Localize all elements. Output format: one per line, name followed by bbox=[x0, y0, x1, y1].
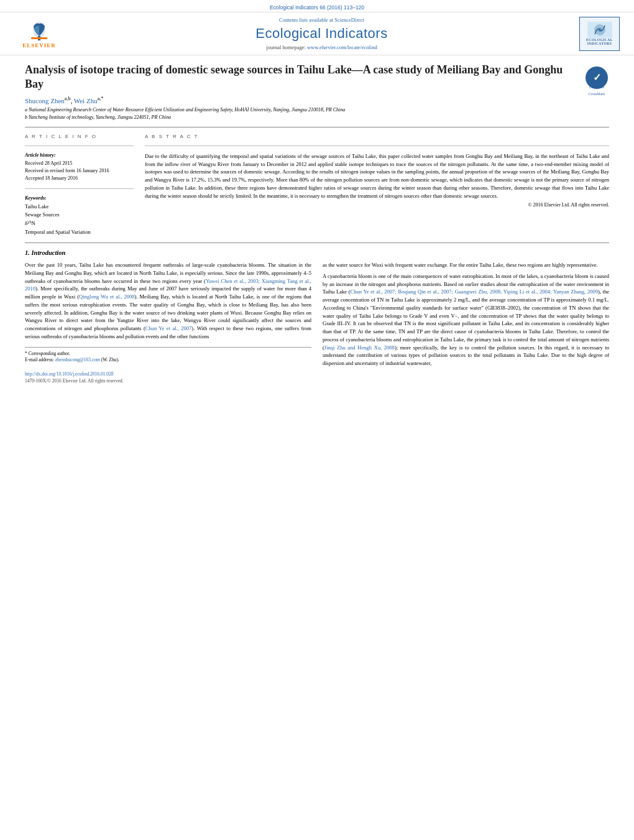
divider-article-info bbox=[25, 145, 134, 146]
body-col-left: Over the past 10 years, Taihu Lake has e… bbox=[25, 261, 311, 384]
divider-before-introduction bbox=[25, 242, 609, 243]
affiliation-a: a National Engineering Research Center o… bbox=[25, 106, 609, 113]
crossmark-icon: ✓ CrossMark CrossMark bbox=[584, 65, 609, 90]
intro-para2: A cyanobacteria bloom is one of the main… bbox=[323, 272, 609, 367]
abstract-text: Due to the difficulty of quantifying the… bbox=[145, 152, 609, 200]
footnote-corresponding: * Corresponding author. bbox=[25, 351, 311, 358]
accepted-date: Accepted 18 January 2016 bbox=[25, 175, 134, 182]
kw4: Temporal and Spatial Variation bbox=[25, 228, 134, 237]
citation-line: Ecological Indicators 66 (2016) 113–120 bbox=[0, 0, 634, 12]
eco-indicators-logo: ECOLOGICALINDICATORS bbox=[579, 17, 620, 51]
abstract-heading: A B S T R A C T bbox=[145, 134, 609, 139]
kw3: δ¹⁵N bbox=[25, 219, 134, 228]
author1-name: Shucong Zhen bbox=[25, 96, 65, 104]
elsevier-tree-icon bbox=[22, 19, 56, 41]
abstract-copyright: © 2016 Elsevier Ltd. All rights reserved… bbox=[145, 202, 609, 208]
svg-text:CrossMark: CrossMark bbox=[589, 85, 605, 89]
eco-logo-right: ECOLOGICALINDICATORS bbox=[576, 15, 623, 52]
divider-abstract bbox=[145, 145, 609, 146]
info-abstract-section: A R T I C L E I N F O Article history: R… bbox=[25, 134, 609, 236]
body-col-right: as the water source for Wuxi with freque… bbox=[323, 261, 609, 384]
title-section: Analysis of isotope tracing of domestic … bbox=[25, 63, 609, 92]
svg-rect-2 bbox=[31, 37, 47, 39]
kw1: Taihu Lake bbox=[25, 203, 134, 211]
footnote-email: E-mail address: zhenshucong@163.com (W. … bbox=[25, 357, 311, 364]
elsevier-logo-area: ELSEVIER bbox=[11, 15, 67, 52]
header-center: Contents lists available at ScienceDirec… bbox=[67, 17, 576, 50]
revised-date: Received in revised form 16 January 2016 bbox=[25, 167, 134, 175]
intro-para1-cont: as the water source for Wuxi with freque… bbox=[323, 261, 609, 269]
kw2: Sewage Sources bbox=[25, 211, 134, 219]
footer-issn: 1470-160X/© 2016 Elsevier Ltd. All right… bbox=[25, 378, 311, 384]
article-body: Analysis of isotope tracing of domestic … bbox=[0, 55, 634, 390]
header-banner: ELSEVIER Contents lists available at Sci… bbox=[0, 12, 634, 55]
introduction-heading-area: 1. Introduction bbox=[25, 249, 609, 256]
received-date: Received 28 April 2015 bbox=[25, 160, 134, 167]
authors-line: Shucong Zhena,b, Wei Zhua,* bbox=[25, 96, 609, 104]
affiliation-b: b Yancheng Institute of technology, Yanc… bbox=[25, 114, 609, 121]
affiliations: a National Engineering Research Center o… bbox=[25, 106, 609, 120]
article-info-col: A R T I C L E I N F O Article history: R… bbox=[25, 134, 134, 236]
article-info-heading: A R T I C L E I N F O bbox=[25, 134, 134, 139]
page: Ecological Indicators 66 (2016) 113–120 … bbox=[0, 0, 634, 840]
history-label: Article history: bbox=[25, 152, 134, 158]
doi-link: http://dx.doi.org/10.1016/j.ecolind.2016… bbox=[25, 371, 311, 377]
elsevier-logo: ELSEVIER bbox=[22, 19, 56, 48]
journal-title: Ecological Indicators bbox=[67, 25, 576, 42]
svg-point-5 bbox=[598, 28, 602, 32]
footer-doi-area: http://dx.doi.org/10.1016/j.ecolind.2016… bbox=[25, 371, 311, 384]
elsevier-text: ELSEVIER bbox=[22, 42, 56, 48]
intro-para1: Over the past 10 years, Taihu Lake has e… bbox=[25, 261, 311, 341]
body-two-col: Over the past 10 years, Taihu Lake has e… bbox=[25, 261, 609, 384]
article-title: Analysis of isotope tracing of domestic … bbox=[25, 63, 584, 92]
abstract-col: A B S T R A C T Due to the difficulty of… bbox=[145, 134, 609, 236]
author2-name: Wei Zhu bbox=[74, 96, 98, 104]
footnote-area: * Corresponding author. E-mail address: … bbox=[25, 347, 311, 364]
keywords-label: Keywords: bbox=[25, 195, 134, 201]
svg-text:✓: ✓ bbox=[593, 72, 601, 83]
divider-keywords bbox=[25, 188, 134, 189]
header-homepage: journal homepage: www.elsevier.com/locat… bbox=[67, 44, 576, 50]
eco-logo-icon bbox=[587, 22, 612, 38]
header-contents-line: Contents lists available at ScienceDirec… bbox=[67, 17, 576, 23]
divider-after-affiliations bbox=[25, 127, 609, 127]
section-number: 1. Introduction bbox=[25, 249, 65, 256]
